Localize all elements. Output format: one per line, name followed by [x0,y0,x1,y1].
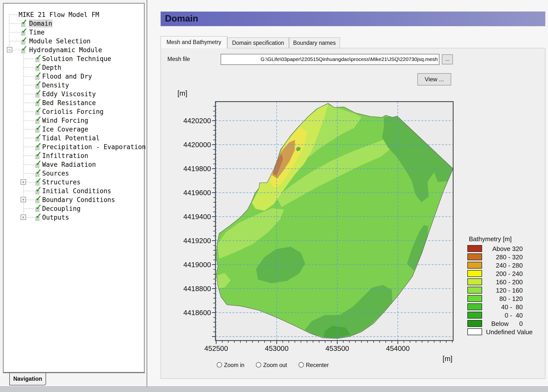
legend-label: 280 - 320 [486,253,523,261]
tree-item-label[interactable]: Wind Forcing [42,117,88,124]
y-axis-unit-label: [m] [177,89,187,97]
tree-item[interactable]: ✓Bed Resistance [3,98,144,107]
expand-toggle-icon[interactable]: + [21,214,26,220]
tree-item[interactable]: ✓Wave Radiation [3,160,144,169]
legend-swatch [467,328,482,335]
tree-item-label[interactable]: Structures [42,178,81,186]
checkmark-icon: ✓ [35,99,43,107]
legend-swatch [467,320,482,327]
checkmark-icon: ✓ [35,82,43,89]
radio-label[interactable]: Zoom in [224,362,244,368]
tree-item-label[interactable]: MIKE 21 Flow Model FM [19,11,99,18]
tab-domain-specification[interactable]: Domain specification [227,37,289,48]
checkmark-icon: ✓ [21,29,28,36]
checkmark-icon: ✓ [35,178,43,186]
tree-item-label[interactable]: Initial Conditions [42,187,111,195]
radio-label[interactable]: Recenter [306,362,329,368]
tree-item[interactable]: ✓Flood and Dry [3,72,144,81]
radio-zoom-out[interactable] [256,362,261,368]
legend-label: Below 0 [486,320,523,328]
legend-swatch [467,262,482,269]
radio-recenter[interactable] [299,362,304,368]
tree-item-label[interactable]: Outputs [42,214,69,221]
tree-item-label[interactable]: Precipitation - Evaporation [42,143,146,151]
page-title: Domain [165,13,198,24]
svg-text:4419000: 4419000 [183,261,211,269]
bathymetry-legend: Bathymetry [m]Above 320280 - 320240 - 28… [467,235,546,338]
mesh-file-input[interactable]: G:\GLife\03paper\220515Qinhuangdao\proce… [221,54,439,65]
checkmark-icon: ✓ [35,126,43,133]
tree-item-label[interactable]: Coriolis Forcing [42,108,103,115]
legend-swatch [467,295,482,302]
svg-text:4419400: 4419400 [183,213,211,221]
tree-item-label[interactable]: Decoupling [42,205,81,212]
tree-item[interactable]: ✓Solution Technique [3,54,144,63]
tree-item[interactable]: ✓Density [3,81,144,90]
tree-item-label[interactable]: Density [42,82,69,89]
tree-item-label[interactable]: Infiltration [42,152,88,159]
tree-item[interactable]: ✓Depth [3,63,144,72]
tree-item-label[interactable]: Domain [29,20,52,27]
expand-toggle-icon[interactable]: − [7,47,12,52]
checkmark-icon: ✓ [35,134,43,142]
expand-toggle-icon[interactable]: + [21,179,26,185]
legend-title: Bathymetry [m] [469,235,512,243]
tab-boundary-names[interactable]: Boundary names [289,37,340,48]
svg-text:[m]: [m] [443,355,452,363]
tree-item[interactable]: ✓Ice Coverage [3,125,144,134]
legend-label: 0 - 40 [486,312,523,319]
tree-item[interactable]: −✓Hydrodynamic Module [3,46,144,54]
tree-item-label[interactable]: Flood and Dry [42,73,92,80]
tree-item[interactable]: ✓Initial Conditions [3,187,144,195]
expand-toggle-icon[interactable]: + [21,197,26,202]
view-button[interactable]: View ... [417,73,451,85]
tree-item-label[interactable]: Time [29,29,45,36]
checkmark-icon: ✓ [35,187,43,195]
checkmark-icon: ✓ [21,20,28,27]
tree-item-label[interactable]: Solution Technique [42,55,111,62]
tree-item[interactable]: ✓Infiltration [3,151,144,160]
checkmark-icon: ✓ [35,170,43,177]
radio-label[interactable]: Zoom out [263,362,287,368]
tree-item[interactable]: +✓Boundary Conditions [3,195,144,204]
tree-item-label[interactable]: Eddy Viscosity [42,90,96,98]
radio-zoom-in[interactable] [217,362,222,368]
svg-text:454000: 454000 [386,344,410,352]
svg-text:4418600: 4418600 [183,309,211,317]
page-header: Domain [161,12,545,26]
tree-item[interactable]: ✓Precipitation - Evaporation [3,143,144,151]
tree-item[interactable]: ✓Tidal Potential [3,134,144,143]
mesh-and-bathymetry-page: Mesh file G:\GLife\03paper\220515Qinhuan… [161,48,545,379]
tree-item[interactable]: ✓Eddy Viscosity [3,90,144,98]
legend-label: Above 320 [486,245,523,253]
tree-item-label[interactable]: Module Selection [29,37,90,45]
legend-label: 200 - 240 [486,270,523,278]
tree-item[interactable]: ✓Coriolis Forcing [3,107,144,116]
tree-item[interactable]: ✓Sources [3,169,144,178]
tree-item-label[interactable]: Hydrodynamic Module [29,46,102,54]
tree-item-label[interactable]: Ice Coverage [42,126,88,133]
checkmark-icon: ✓ [21,37,28,45]
bathymetry-map[interactable]: 4525004530004535004540004420200442000044… [215,102,453,341]
tree-item-label[interactable]: Tidal Potential [42,134,100,142]
navigation-dock: MIKE 21 Flow Model FM✓Domain✓Time✓Module… [0,0,147,386]
svg-text:4420000: 4420000 [183,141,211,149]
tree-item-label[interactable]: Wave Radiation [42,161,96,168]
tree-item-label[interactable]: Boundary Conditions [42,196,115,203]
checkmark-icon: ✓ [35,143,43,151]
navigation-tab[interactable]: Navigation [9,373,46,385]
tree-item-label[interactable]: Sources [42,170,69,177]
svg-text:4419200: 4419200 [183,237,211,245]
tree-item-label[interactable]: Bed Resistance [42,99,96,107]
tree-item-label[interactable]: Depth [42,64,61,71]
status-bar [0,386,548,392]
tree-item[interactable]: ✓Wind Forcing [3,116,144,125]
tree-item[interactable]: +✓Structures [3,178,144,187]
checkmark-icon: ✓ [35,205,43,212]
tree-item[interactable]: +✓Outputs [3,213,144,222]
editor-dock: Domain Mesh and Bathymetry Domain specif… [147,0,548,386]
svg-text:4418800: 4418800 [183,285,211,293]
browse-button[interactable]: ... [442,54,453,64]
tab-mesh-and-bathymetry[interactable]: Mesh and Bathymetry [161,36,227,48]
tree-item[interactable]: ✓Decoupling [3,204,144,213]
